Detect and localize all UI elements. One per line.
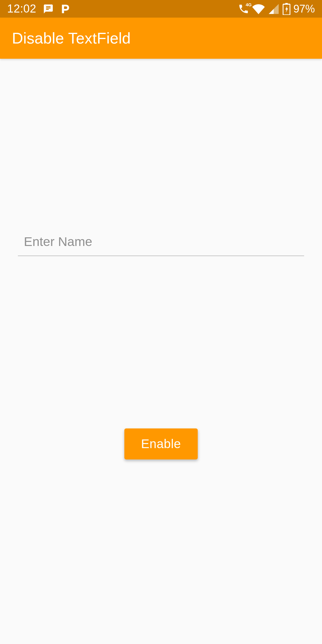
app-bar: Disable TextField	[0, 18, 322, 59]
cellular-signal-icon	[268, 3, 280, 15]
status-right: 4G 97%	[238, 3, 315, 15]
battery-charging-icon	[283, 3, 290, 15]
name-input[interactable]	[18, 230, 304, 256]
volte-call-icon: 4G	[238, 3, 249, 15]
status-bar: 12:02 4G	[0, 0, 322, 18]
name-field-wrap	[18, 230, 304, 256]
message-icon	[43, 4, 54, 14]
pandora-icon	[60, 4, 70, 14]
page-title: Disable TextField	[12, 29, 131, 47]
battery-percent: 97%	[293, 3, 315, 15]
content: Enable	[0, 59, 322, 644]
enable-button[interactable]: Enable	[124, 428, 198, 459]
status-left: 12:02	[7, 2, 70, 15]
svg-rect-1	[285, 3, 288, 4]
wifi-icon	[252, 3, 265, 15]
status-time: 12:02	[7, 2, 36, 15]
